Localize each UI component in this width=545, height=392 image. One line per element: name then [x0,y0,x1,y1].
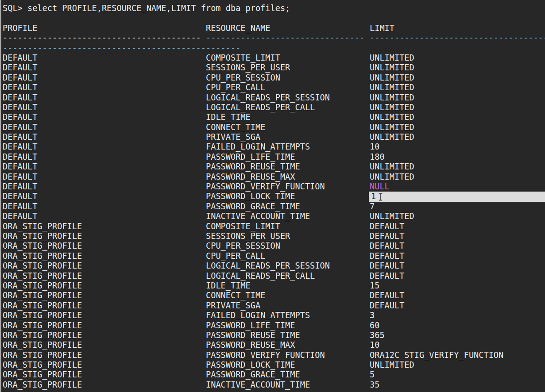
cell-profile: ORA_STIG_PROFILE [3,251,82,261]
cell-limit: DEFAULT [370,231,404,241]
table-row: DEFAULT CPU_PER_CALL UNLIMITED [0,83,545,92]
cell-limit: 7 [370,202,375,211]
cell-resource-name: CPU_PER_SESSION [206,73,280,83]
cell-limit: NULL [370,182,390,192]
cell-profile: DEFAULT [3,162,37,172]
cell-limit: UNLIMITED [370,93,414,103]
sql-command-text: SQL> select PROFILE,RESOURCE_NAME,LIMIT … [3,4,290,13]
cell-resource-name: COMPOSITE_LIMIT [206,222,280,231]
cell-resource-name: INACTIVE_ACCOUNT_TIME [206,211,310,221]
table-row: ORA_STIG_PROFILE COMPOSITE_LIMIT DEFAULT [0,222,545,231]
table-row: ORA_STIG_PROFILE PASSWORD_VERIFY_FUNCTIO… [0,350,545,360]
column-header-limit: LIMIT [370,23,394,33]
cell-profile: DEFAULT [3,172,37,182]
cell-limit: 1 [369,192,376,201]
cell-limit: ORA12C_STIG_VERIFY_FUNCTION [370,350,503,360]
resource-separator-dashes: -------------------------------- [206,33,364,43]
table-row: DEFAULT COMPOSITE_LIMIT UNLIMITED [0,53,545,63]
cell-resource-name: PASSWORD_GRACE_TIME [206,370,300,380]
terminal-window[interactable]: SQL> select PROFILE,RESOURCE_NAME,LIMIT … [0,0,545,392]
cell-profile: DEFAULT [3,132,37,142]
window-left-edge [0,0,1,392]
table-row: ORA_STIG_PROFILE LOGICAL_READS_PER_SESSI… [0,261,545,271]
cell-limit: UNLIMITED [370,172,414,182]
table-row: DEFAULT SESSIONS_PER_USER UNLIMITED [0,63,545,73]
cell-resource-name: CONNECT_TIME [206,123,265,132]
cell-resource-name: CONNECT_TIME [206,291,265,300]
cell-limit: 35 [370,380,379,390]
column-header-profile: PROFILE [3,23,37,33]
cell-limit: UNLIMITED [370,211,414,221]
cell-resource-name: CPU_PER_CALL [206,83,265,92]
cell-resource-name: FAILED_LOGIN_ATTEMPTS [206,142,310,152]
cell-resource-name: PASSWORD_LOCK_TIME [206,360,295,370]
cell-profile: ORA_STIG_PROFILE [3,311,82,320]
cell-resource-name: LOGICAL_READS_PER_SESSION [206,261,330,271]
table-row: ORA_STIG_PROFILE CPU_PER_SESSION DEFAULT [0,241,545,251]
table-row: DEFAULT PASSWORD_GRACE_TIME 7 [0,202,545,211]
cell-resource-name: PASSWORD_LIFE_TIME [206,321,295,331]
cell-profile: ORA_STIG_PROFILE [3,271,82,281]
column-header-row: PROFILE RESOURCE_NAME LIMIT [0,23,545,33]
cell-resource-name: CPU_PER_SESSION [206,241,280,251]
separator-line-1: ----------------------------------------… [0,33,545,43]
cell-resource-name: IDLE_TIME [206,281,251,291]
cell-resource-name: PASSWORD_REUSE_MAX [206,340,295,350]
separator-line-2-wrapped: ----------------------------------------… [0,43,545,53]
cell-profile: ORA_STIG_PROFILE [3,261,82,271]
sql-prompt-line: SQL> select PROFILE,RESOURCE_NAME,LIMIT … [0,4,545,13]
column-header-resource-name: RESOURCE_NAME [206,23,271,33]
cell-resource-name: IDLE_TIME [206,112,251,122]
cell-profile: DEFAULT [3,182,37,192]
cell-limit: DEFAULT [370,241,404,251]
cell-profile: ORA_STIG_PROFILE [3,360,82,370]
cell-limit: UNLIMITED [370,83,414,92]
table-row: ORA_STIG_PROFILE SESSIONS_PER_USER DEFAU… [0,231,545,241]
cell-resource-name: SESSIONS_PER_USER [206,63,290,73]
table-row: ORA_STIG_PROFILE IDLE_TIME 15 [0,281,545,291]
cell-limit: UNLIMITED [370,162,414,172]
cell-profile: ORA_STIG_PROFILE [3,340,82,350]
table-row: DEFAULT IDLE_TIME UNLIMITED [0,112,545,122]
cell-profile: ORA_STIG_PROFILE [3,291,82,300]
table-row: ORA_STIG_PROFILE INACTIVE_ACCOUNT_TIME 3… [0,380,545,390]
table-row: DEFAULT PASSWORD_VERIFY_FUNCTION NULL [0,182,545,192]
table-row: ORA_STIG_PROFILE PASSWORD_LOCK_TIME UNLI… [0,360,545,370]
cell-resource-name: PASSWORD_GRACE_TIME [206,202,300,211]
cell-limit: 10 [370,142,379,152]
cell-profile: ORA_STIG_PROFILE [3,241,82,251]
cell-limit: 15 [370,281,379,291]
table-row: DEFAULT PASSWORD_LOCK_TIME 1 [0,192,545,201]
cell-profile: DEFAULT [3,211,37,221]
selection-highlight: 1 [369,192,545,201]
cell-resource-name: PASSWORD_REUSE_TIME [206,331,300,340]
cell-limit: 60 [370,321,379,331]
cell-profile: ORA_STIG_PROFILE [3,370,82,380]
cell-resource-name: FAILED_LOGIN_ATTEMPTS [206,311,310,320]
blank-line [0,13,545,23]
table-row: DEFAULT PASSWORD_REUSE_MAX UNLIMITED [0,172,545,182]
table-row: ORA_STIG_PROFILE PASSWORD_GRACE_TIME 5 [0,370,545,380]
cell-profile: ORA_STIG_PROFILE [3,301,82,311]
cell-resource-name: PASSWORD_REUSE_TIME [206,162,300,172]
cell-resource-name: PRIVATE_SGA [206,301,260,311]
table-row: ORA_STIG_PROFILE CPU_PER_CALL DEFAULT [0,251,545,261]
cell-limit: DEFAULT [370,301,404,311]
cell-profile: DEFAULT [3,83,37,92]
cell-resource-name: LOGICAL_READS_PER_CALL [206,271,315,281]
cell-resource-name: PASSWORD_REUSE_MAX [206,172,295,182]
cell-profile: ORA_STIG_PROFILE [3,231,82,241]
cell-profile: DEFAULT [3,73,37,83]
cell-resource-name: COMPOSITE_LIMIT [206,53,280,63]
cell-profile: ORA_STIG_PROFILE [3,380,82,390]
cell-profile: DEFAULT [3,202,37,211]
cell-resource-name: PASSWORD_VERIFY_FUNCTION [206,182,325,192]
table-row: DEFAULT INACTIVE_ACCOUNT_TIME UNLIMITED [0,211,545,221]
cell-resource-name: CPU_PER_CALL [206,251,265,261]
table-row: DEFAULT CPU_PER_SESSION UNLIMITED [0,73,545,83]
cell-limit: UNLIMITED [370,53,414,63]
profile-separator-dashes: ---------------------------------------- [3,33,201,43]
limit-separator-wrap-dashes: ----------------------------------------… [3,43,240,53]
cell-resource-name: SESSIONS_PER_USER [206,231,290,241]
cell-limit: 10 [370,340,379,350]
